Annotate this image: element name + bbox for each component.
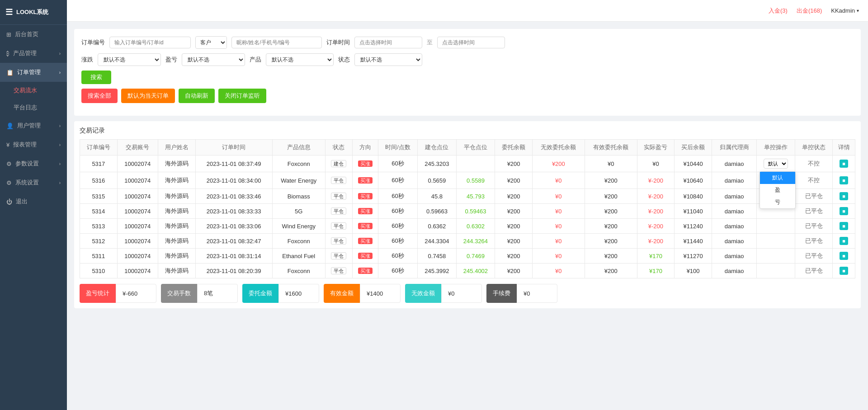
sidebar-item-label: 报表管理 xyxy=(13,141,37,149)
cell-detail[interactable]: ■ xyxy=(833,156,855,172)
order-number-input[interactable] xyxy=(109,37,191,48)
logout-icon: ⏻ xyxy=(6,198,12,205)
detail-button[interactable]: ■ xyxy=(840,222,848,230)
cell-open-price: 0.59663 xyxy=(418,204,457,219)
cell-detail[interactable]: ■ xyxy=(833,249,855,264)
detail-button[interactable]: ■ xyxy=(840,207,848,215)
table-header-row: 订单编号 交易账号 用户姓名 订单时间 产品信息 状态 方向 时间/点数 建仓点… xyxy=(80,140,855,156)
cell-time: 2023-11-01 08:33:33 xyxy=(195,204,272,219)
cell-duration: 60秒 xyxy=(378,189,417,204)
date-end-input[interactable] xyxy=(437,37,505,48)
detail-button[interactable]: ■ xyxy=(840,267,848,275)
profit-loss-select[interactable]: 默认不选 盈 亏 xyxy=(182,53,245,66)
sidebar-item-system[interactable]: ⚙ 系统设置 › xyxy=(0,173,67,192)
col-time: 订单时间 xyxy=(195,140,272,156)
search-button[interactable]: 搜索 xyxy=(81,71,111,84)
report-icon: ¥ xyxy=(6,141,9,148)
product-select[interactable]: 默认不选 xyxy=(266,53,334,66)
control-select[interactable]: 默认 盈 亏 xyxy=(764,159,788,169)
nickname-input[interactable] xyxy=(231,37,322,48)
summary-bar: 盈亏统计 ¥-660 交易手数 8笔 委托金额 ¥1600 有效金额 ¥1400 xyxy=(80,284,855,303)
sidebar-item-logout[interactable]: ⏻ 退出 xyxy=(0,192,67,211)
sidebar-item-order[interactable]: 📋 订单管理 › xyxy=(0,63,67,82)
cell-control-op[interactable] xyxy=(757,249,795,264)
sidebar-item-user[interactable]: 👤 用户管理 › xyxy=(0,116,67,135)
table-row: 5312 10002074 海外源码 2023-11-01 08:32:47 F… xyxy=(80,234,855,249)
cell-account: 10002074 xyxy=(117,172,158,189)
auto-refresh-button[interactable]: 自动刷新 xyxy=(179,89,215,103)
sidebar-item-params[interactable]: ⚙ 参数设置 › xyxy=(0,154,67,173)
rise-fall-select[interactable]: 默认不选 涨 跌 xyxy=(98,53,161,66)
detail-button[interactable]: ■ xyxy=(840,176,848,184)
order-icon: 📋 xyxy=(6,69,14,76)
cell-status: 平仓 xyxy=(325,189,352,204)
dropdown-item-profit[interactable]: 盈 xyxy=(760,184,795,196)
cell-agent: damiao xyxy=(712,264,756,278)
col-order-id: 订单编号 xyxy=(80,140,118,156)
cell-time: 2023-11-01 08:33:46 xyxy=(195,189,272,204)
cell-detail[interactable]: ■ xyxy=(833,264,855,278)
dropdown-item-default[interactable]: 默认 xyxy=(760,172,795,184)
cell-agent: damiao xyxy=(712,204,756,219)
detail-button[interactable]: ■ xyxy=(840,237,848,245)
cell-username: 海外源码 xyxy=(158,249,195,264)
cell-order-id: 5314 xyxy=(80,204,118,219)
status-label: 状态 xyxy=(338,56,350,64)
detail-button[interactable]: ■ xyxy=(840,192,848,200)
outcome-badge[interactable]: 出金(168) xyxy=(797,7,822,15)
cell-agent: damiao xyxy=(712,219,756,234)
cell-control-op[interactable] xyxy=(757,264,795,278)
content-area: 订单编号 客户 代理商 订单时间 至 涨跌 默认不选 xyxy=(67,22,868,410)
cell-detail[interactable]: ■ xyxy=(833,204,855,219)
income-badge[interactable]: 入金(3) xyxy=(769,7,788,15)
detail-button[interactable]: ■ xyxy=(840,252,848,260)
cell-account: 10002074 xyxy=(117,189,158,204)
cell-detail[interactable]: ■ xyxy=(833,219,855,234)
detail-button[interactable]: ■ xyxy=(840,160,848,168)
date-start-input[interactable] xyxy=(354,37,422,48)
sidebar-item-product[interactable]: ₿ 产品管理 › xyxy=(0,44,67,63)
cell-direction: 买涨 xyxy=(352,156,378,172)
sidebar-item-platform-log[interactable]: 平台日志 xyxy=(0,99,67,116)
cell-time: 2023-11-01 08:37:49 xyxy=(195,156,272,172)
chevron-right-icon: › xyxy=(59,142,61,147)
cell-profit: ¥-200 xyxy=(637,172,675,189)
user-icon: 👤 xyxy=(6,123,14,129)
cell-balance: ¥10840 xyxy=(675,189,712,204)
table-row: 5313 10002074 海外源码 2023-11-01 08:33:06 W… xyxy=(80,219,855,234)
col-agent: 归属代理商 xyxy=(712,140,756,156)
cell-close-price: 0.59463 xyxy=(456,204,495,219)
cell-open-price: 0.7458 xyxy=(418,249,457,264)
transaction-label: 交易流水 xyxy=(14,87,37,94)
customer-type-select[interactable]: 客户 代理商 xyxy=(196,37,226,48)
user-menu[interactable]: KKadmin ▾ xyxy=(831,7,859,14)
sidebar-item-transaction[interactable]: 交易流水 xyxy=(0,82,67,99)
status-select[interactable]: 默认不选 xyxy=(354,53,422,66)
default-today-button[interactable]: 默认为当天订单 xyxy=(121,89,175,103)
cell-entrust: ¥200 xyxy=(495,189,533,204)
cell-control-op[interactable] xyxy=(757,234,795,249)
cell-detail[interactable]: ■ xyxy=(833,234,855,249)
cell-profit: ¥170 xyxy=(637,264,675,278)
dropdown-item-loss[interactable]: 亏 xyxy=(760,196,795,208)
cell-detail[interactable]: ■ xyxy=(833,172,855,189)
cell-entrust: ¥200 xyxy=(495,264,533,278)
search-all-button[interactable]: 搜索全部 xyxy=(81,89,118,103)
sidebar-item-report[interactable]: ¥ 报表管理 › xyxy=(0,135,67,154)
cell-time: 2023-11-01 08:34:00 xyxy=(195,172,272,189)
cell-status: 平仓 xyxy=(325,264,352,278)
cell-control-op[interactable] xyxy=(757,219,795,234)
cell-control-op[interactable]: 默认 盈 亏 默认 盈 亏 xyxy=(757,156,795,172)
date-separator: 至 xyxy=(427,38,433,47)
col-direction: 方向 xyxy=(352,140,378,156)
menu-toggle-icon[interactable]: ☰ xyxy=(5,7,13,17)
sidebar-item-dashboard[interactable]: ⊞ 后台首页 xyxy=(0,25,67,44)
close-monitor-button[interactable]: 关闭订单监听 xyxy=(218,89,266,103)
cell-detail[interactable]: ■ xyxy=(833,189,855,204)
cell-direction: 买涨 xyxy=(352,264,378,278)
cell-duration: 60秒 xyxy=(378,156,417,172)
cell-order-id: 5310 xyxy=(80,264,118,278)
cell-close-price: 45.793 xyxy=(456,189,495,204)
app-header: ☰ LOOKL系统 xyxy=(0,0,67,25)
cell-agent: damiao xyxy=(712,172,756,189)
